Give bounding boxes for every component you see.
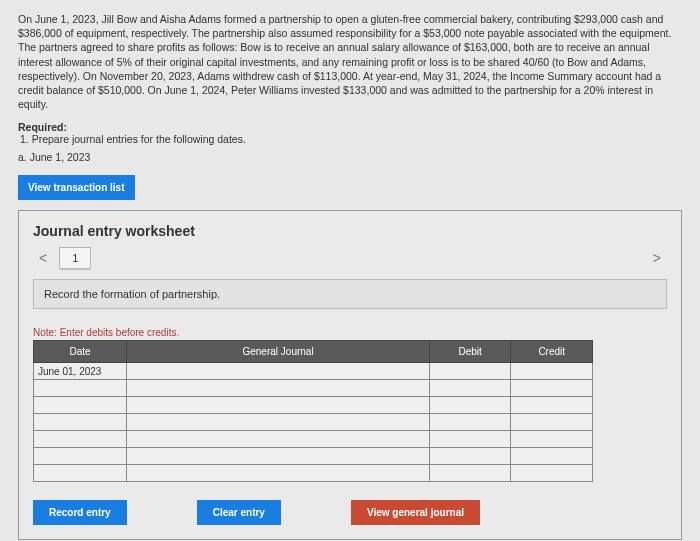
table-row: June 01, 2023 bbox=[34, 363, 593, 380]
tab-1[interactable]: 1 bbox=[59, 247, 91, 269]
debit-cell[interactable] bbox=[429, 363, 511, 380]
clear-entry-button[interactable]: Clear entry bbox=[197, 500, 281, 525]
journal-entry-worksheet: Journal entry worksheet < 1 > Record the… bbox=[18, 210, 682, 540]
table-row bbox=[34, 448, 593, 465]
col-general-journal: General Journal bbox=[127, 341, 430, 363]
col-date: Date bbox=[34, 341, 127, 363]
table-row bbox=[34, 465, 593, 482]
entry-instruction: Record the formation of partnership. bbox=[33, 279, 667, 309]
worksheet-title: Journal entry worksheet bbox=[33, 223, 667, 239]
view-transaction-list-button[interactable]: View transaction list bbox=[18, 175, 135, 200]
gj-cell[interactable] bbox=[127, 363, 430, 380]
table-row bbox=[34, 414, 593, 431]
col-debit: Debit bbox=[429, 341, 511, 363]
table-row bbox=[34, 431, 593, 448]
credit-cell[interactable] bbox=[511, 363, 593, 380]
table-row bbox=[34, 380, 593, 397]
journal-entry-table: Date General Journal Debit Credit June 0… bbox=[33, 340, 593, 482]
note-text: Note: Enter debits before credits. bbox=[33, 327, 667, 338]
record-entry-button[interactable]: Record entry bbox=[33, 500, 127, 525]
date-cell[interactable]: June 01, 2023 bbox=[34, 363, 127, 380]
problem-text: On June 1, 2023, Jill Bow and Aisha Adam… bbox=[18, 12, 682, 111]
required-item-1: 1. Prepare journal entries for the follo… bbox=[20, 133, 682, 145]
required-sub-a: a. June 1, 2023 bbox=[18, 151, 682, 163]
next-arrow[interactable]: > bbox=[647, 250, 667, 266]
required-label: Required: bbox=[18, 121, 682, 133]
prev-arrow[interactable]: < bbox=[33, 250, 53, 266]
table-row bbox=[34, 397, 593, 414]
view-general-journal-button[interactable]: View general journal bbox=[351, 500, 480, 525]
col-credit: Credit bbox=[511, 341, 593, 363]
